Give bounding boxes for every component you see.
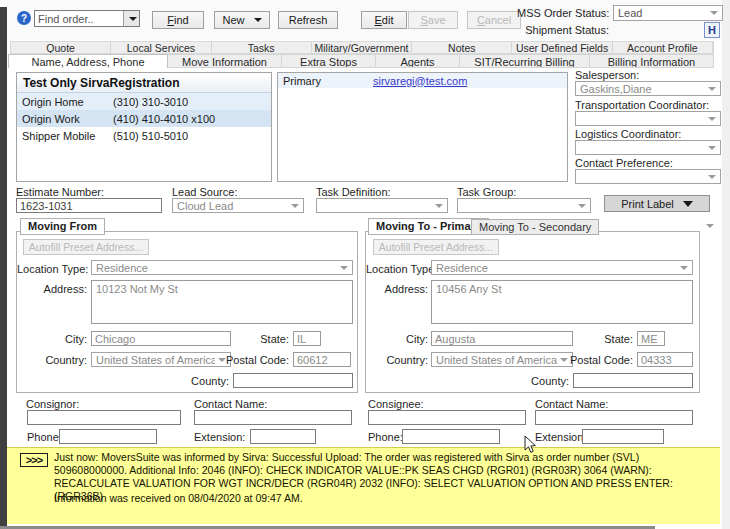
- transportation-coordinator-combo[interactable]: [575, 111, 721, 126]
- mouse-cursor-icon: [524, 435, 537, 454]
- chevron-down-icon: [708, 87, 716, 91]
- shipper-name-title: Test Only SirvaRegistration: [17, 73, 271, 93]
- state-input[interactable]: IL: [293, 331, 321, 346]
- consignee-label: Consignee:: [368, 398, 424, 410]
- chevron-down-icon: [708, 146, 716, 150]
- toolbar: ? Find order.. Find New Refresh Edit Sav…: [7, 0, 722, 40]
- city-input[interactable]: Chicago: [91, 331, 231, 346]
- address-textarea[interactable]: 10123 Not My St: [91, 280, 353, 324]
- tab-tasks[interactable]: Tasks: [212, 42, 312, 53]
- consignor-extension-input[interactable]: [250, 429, 316, 444]
- lead-source-combo[interactable]: Cloud Lead: [172, 198, 304, 213]
- mss-order-status-combo[interactable]: Lead: [613, 5, 723, 21]
- logistics-coordinator-combo[interactable]: [575, 140, 721, 155]
- new-button[interactable]: New: [214, 11, 270, 29]
- estimate-number-input[interactable]: 1623-1031: [16, 198, 162, 213]
- phone-row[interactable]: Origin Home (310) 310-3010: [17, 93, 271, 110]
- tab-notes[interactable]: Notes: [412, 42, 512, 53]
- state-label: State:: [591, 333, 633, 345]
- moving-from-tab[interactable]: Moving From: [20, 218, 105, 235]
- tab-billing-information[interactable]: Billing Information: [590, 54, 714, 68]
- consignor-phone-input[interactable]: [59, 429, 157, 444]
- consignor-input[interactable]: [27, 410, 181, 425]
- edit-button[interactable]: Edit: [361, 11, 407, 29]
- country-combo[interactable]: United States of America: [91, 352, 231, 367]
- location-type-value: Residence: [436, 262, 488, 274]
- task-group-label: Task Group:: [457, 186, 516, 198]
- email-link[interactable]: sirvaregi@test.com: [373, 75, 467, 87]
- county-input[interactable]: [573, 373, 693, 388]
- location-type-combo[interactable]: Residence: [91, 260, 353, 275]
- country-label: Country:: [372, 354, 428, 366]
- tab-strip-bottom: Name, Address, Phone Move Information Ex…: [8, 54, 714, 68]
- moving-to-secondary-tab[interactable]: Moving To - Secondary: [471, 219, 599, 235]
- county-label: County:: [175, 375, 229, 387]
- salesperson-label: Salesperson:: [575, 69, 639, 81]
- print-label-button[interactable]: Print Label: [604, 195, 710, 212]
- tab-agents[interactable]: Agents: [376, 54, 460, 68]
- location-type-combo[interactable]: Residence: [431, 260, 693, 275]
- phone-type-label: Origin Work: [17, 113, 80, 125]
- autofill-preset-address-button[interactable]: Autofill Preset Address...: [23, 239, 149, 255]
- consignee-input[interactable]: [368, 410, 526, 425]
- tab-account-profile[interactable]: Account Profile: [613, 42, 713, 53]
- tab-quote[interactable]: Quote: [11, 42, 111, 53]
- postal-code-label: Postal Code:: [223, 354, 289, 366]
- cancel-button[interactable]: Cancel: [467, 11, 521, 29]
- collapse-chevron-icon[interactable]: [706, 224, 714, 228]
- tab-move-information[interactable]: Move Information: [168, 54, 282, 68]
- notification-chevrons-icon[interactable]: >>>: [20, 453, 48, 467]
- find-order-combo[interactable]: Find order..: [34, 10, 140, 27]
- phone-label: Phone:: [27, 431, 62, 443]
- refresh-button[interactable]: Refresh: [278, 11, 338, 29]
- extension-label: Extension:: [194, 431, 245, 443]
- shipment-status-h-button[interactable]: H: [704, 22, 720, 38]
- salesperson-combo[interactable]: Gaskins,Diane: [575, 81, 721, 96]
- phone-row[interactable]: Shipper Mobile (510) 510-5010: [17, 127, 271, 144]
- email-row: Primary sirvaregi@test.com: [278, 73, 567, 88]
- contact-name-label: Contact Name:: [535, 398, 608, 410]
- save-button-label: Save: [420, 14, 445, 26]
- phone-number: (310) 310-3010: [113, 96, 188, 108]
- find-button[interactable]: Find: [152, 11, 204, 29]
- task-definition-combo[interactable]: [316, 198, 448, 213]
- window-right-edge: [722, 0, 730, 529]
- country-value: United States of America: [436, 354, 557, 366]
- chevron-down-icon: [708, 117, 716, 121]
- save-button[interactable]: Save: [408, 11, 458, 29]
- tab-strip-top: Quote Local Services Tasks Military/Gove…: [10, 41, 714, 54]
- consignee-phone-input[interactable]: [402, 429, 500, 444]
- help-icon[interactable]: ?: [17, 11, 31, 25]
- county-input[interactable]: [233, 373, 353, 388]
- mss-order-status-label: MSS Order Status:: [517, 7, 609, 19]
- new-button-label: New: [222, 14, 244, 26]
- moving-from-group: Autofill Preset Address... Location Type…: [16, 231, 358, 393]
- tab-user-defined-fields[interactable]: User Defined Fields: [512, 42, 612, 53]
- chevron-down-icon: [680, 266, 688, 270]
- address-textarea[interactable]: 10456 Any St: [431, 280, 693, 324]
- country-combo[interactable]: United States of America: [431, 352, 573, 367]
- combo-arrow-button[interactable]: [123, 11, 139, 26]
- chevron-down-icon: [560, 358, 568, 362]
- phone-row[interactable]: Origin Work (410) 410-4010 x100: [17, 110, 271, 127]
- location-type-value: Residence: [96, 262, 148, 274]
- consignee-extension-input[interactable]: [582, 429, 664, 444]
- postal-code-input[interactable]: 04333: [637, 352, 693, 367]
- transportation-coordinator-label: Transportation Coordinator:: [575, 99, 709, 111]
- city-input[interactable]: Augusta: [431, 331, 573, 346]
- tab-sit-recurring-billing[interactable]: SIT/Recurring Billing: [460, 54, 590, 68]
- tab-local-services[interactable]: Local Services: [111, 42, 211, 53]
- mss-order-status-value: Lead: [618, 7, 642, 19]
- autofill-preset-address-button[interactable]: Autofill Preset Address...: [373, 239, 499, 255]
- lead-source-label: Lead Source:: [172, 186, 237, 198]
- postal-code-input[interactable]: 60612: [293, 352, 351, 367]
- tab-name-address-phone[interactable]: Name, Address, Phone: [8, 54, 168, 68]
- chevron-down-icon: [435, 204, 443, 208]
- consignor-contact-name-input[interactable]: [194, 410, 352, 425]
- tab-extra-stops[interactable]: Extra Stops: [282, 54, 376, 68]
- state-input[interactable]: ME: [637, 331, 665, 346]
- task-group-combo[interactable]: [457, 198, 591, 213]
- tab-military-government[interactable]: Military/Government: [312, 42, 412, 53]
- consignee-contact-name-input[interactable]: [535, 410, 693, 425]
- contact-preference-combo[interactable]: [575, 169, 721, 184]
